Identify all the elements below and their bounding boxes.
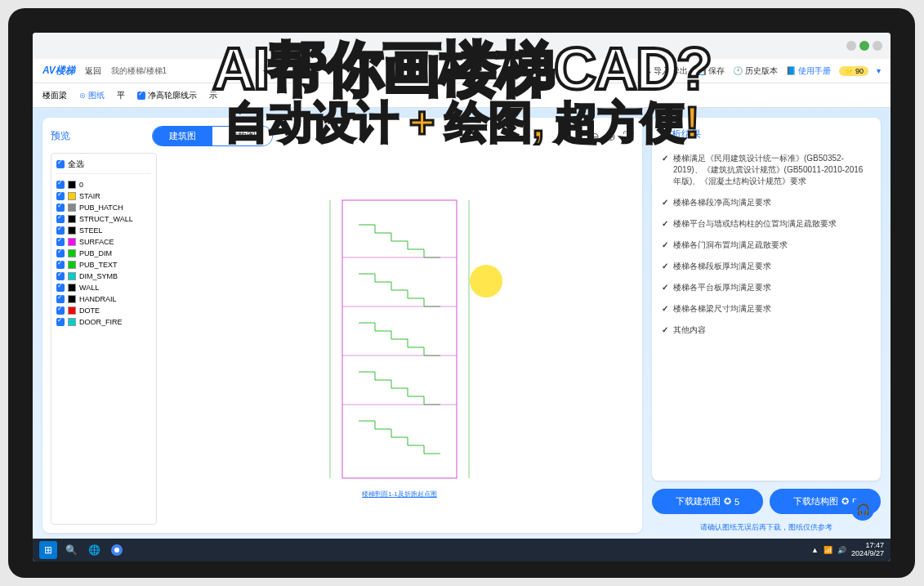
main-content: 预览 建筑图 结构图 ⊖ ⊕ ⛶ 全选 0STAIRPUB_HATCHSTRUC…	[33, 108, 891, 543]
layer-item[interactable]: DOTE	[56, 305, 151, 316]
layer-panel: 全选 0STAIRPUB_HATCHSTRUCT_WALLSTEELSURFAC…	[51, 153, 157, 525]
chrome-icon[interactable]	[108, 541, 126, 559]
layer-color-swatch	[68, 295, 76, 303]
video-overlay-title: AI帮你画楼梯CAD? 自动设计 + 绘图, 超方便!	[33, 39, 891, 146]
edge-icon[interactable]: 🌐	[85, 541, 103, 559]
layer-name: DOTE	[79, 306, 100, 315]
layer-name: SURFACE	[79, 238, 114, 246]
layer-color-swatch	[68, 215, 76, 223]
layer-item[interactable]: SURFACE	[56, 236, 151, 248]
layer-item[interactable]: STAIR	[56, 190, 151, 202]
result-item: 楼梯各梯段板厚均满足要求	[662, 256, 871, 277]
volume-icon[interactable]: 🔊	[837, 546, 846, 554]
layer-item[interactable]: DIM_SYMB	[56, 271, 151, 282]
layer-checkbox[interactable]	[56, 295, 65, 303]
preview-panel: 预览 建筑图 结构图 ⊖ ⊕ ⛶ 全选 0STAIRPUB_HATCHSTRUC…	[42, 118, 642, 533]
overlay-headline-2: 自动设计 + 绘图, 超方便!	[33, 98, 891, 146]
stair-section-drawing	[326, 192, 473, 486]
layer-checkbox[interactable]	[56, 181, 65, 189]
overlay-headline-1: AI帮你画楼梯CAD?	[33, 39, 891, 98]
result-item: 楼梯各梯段净高均满足要求	[662, 192, 871, 213]
layer-item[interactable]: PUB_HATCH	[56, 202, 151, 213]
drawing-canvas[interactable]: 楼梯剖面1-1及折跑起点图	[165, 153, 634, 525]
layer-checkbox[interactable]	[56, 215, 65, 223]
layer-item[interactable]: PUB_TEXT	[56, 259, 151, 271]
search-icon[interactable]: 🔍	[62, 541, 80, 559]
layer-name: PUB_HATCH	[79, 204, 123, 212]
layer-color-swatch	[68, 249, 76, 257]
layer-color-swatch	[68, 192, 76, 200]
layer-item[interactable]: DOOR_FIRE	[56, 316, 151, 328]
support-fab[interactable]: 🎧	[851, 498, 874, 521]
layer-name: PUB_TEXT	[79, 261, 118, 269]
svg-point-8	[114, 548, 119, 552]
start-button[interactable]: ⊞	[39, 541, 57, 559]
clock[interactable]: 17:47 2024/9/27	[851, 542, 884, 558]
layer-color-swatch	[68, 284, 76, 292]
layer-checkbox[interactable]	[56, 192, 65, 200]
layer-color-swatch	[68, 238, 76, 246]
layer-color-swatch	[68, 204, 76, 212]
layer-item[interactable]: 0	[56, 179, 151, 190]
drawing-caption: 楼梯剖面1-1及折跑起点图	[326, 490, 473, 499]
monitor-frame: AI帮你画楼梯CAD? 自动设计 + 绘图, 超方便! AV楼梯 返回 我的楼梯…	[8, 8, 915, 578]
layer-checkbox[interactable]	[56, 226, 65, 235]
layer-item[interactable]: PUB_DIM	[56, 248, 151, 259]
layer-name: HANDRAIL	[79, 295, 117, 303]
layer-checkbox[interactable]	[56, 249, 65, 257]
layer-color-swatch	[68, 306, 76, 315]
analysis-results-panel: 分析结果 楼梯满足《民用建筑设计统一标准》(GB50352-2019)、《建筑抗…	[652, 118, 881, 481]
result-item: 其他内容	[662, 320, 871, 341]
layer-name: 0	[79, 181, 83, 189]
layer-name: DIM_SYMB	[79, 272, 118, 280]
layer-item[interactable]: STRUCT_WALL	[56, 213, 151, 225]
coin-icon: ✪	[841, 496, 849, 507]
layer-checkbox[interactable]	[56, 238, 65, 246]
tray-icon[interactable]: ▲	[811, 546, 819, 554]
network-icon[interactable]: 📶	[824, 546, 832, 554]
layer-checkbox[interactable]	[56, 318, 65, 326]
result-item: 楼梯平台与墙或结构柱的位置均满足疏散要求	[662, 213, 871, 235]
download-disclaimer: 请确认图纸无误后再下载，图纸仅供参考	[652, 522, 881, 533]
layer-name: STAIR	[79, 192, 100, 200]
right-column: 分析结果 楼梯满足《民用建筑设计统一标准》(GB50352-2019)、《建筑抗…	[652, 118, 881, 533]
layer-checkbox[interactable]	[56, 284, 65, 292]
select-all-layers[interactable]: 全选	[56, 159, 151, 174]
layer-name: STRUCT_WALL	[79, 215, 133, 223]
result-item: 楼梯各门洞布置均满足疏散要求	[662, 235, 871, 256]
download-architecture-button[interactable]: 下载建筑图 ✪ 5	[652, 489, 763, 514]
windows-taskbar: ⊞ 🔍 🌐 ▲ 📶 🔊 17:47 2024/9/27	[33, 539, 891, 561]
layer-name: DOOR_FIRE	[79, 318, 123, 326]
layer-color-swatch	[68, 261, 76, 269]
layer-checkbox[interactable]	[56, 261, 65, 269]
result-item: 楼梯各平台板厚均满足要求	[662, 277, 871, 298]
layer-checkbox[interactable]	[56, 272, 65, 280]
result-item: 楼梯满足《民用建筑设计统一标准》(GB50352-2019)、《建筑抗震设计规范…	[662, 148, 871, 192]
layer-color-swatch	[68, 181, 76, 189]
layer-checkbox[interactable]	[56, 306, 65, 315]
layer-name: PUB_DIM	[79, 249, 112, 257]
layer-checkbox[interactable]	[56, 204, 65, 212]
layer-color-swatch	[68, 226, 76, 235]
layer-color-swatch	[68, 318, 76, 326]
coin-icon: ✪	[724, 496, 731, 507]
highlight-marker	[470, 265, 502, 297]
layer-item[interactable]: WALL	[56, 282, 151, 293]
layer-name: WALL	[79, 284, 99, 292]
layer-item[interactable]: HANDRAIL	[56, 293, 151, 305]
screen: AI帮你画楼梯CAD? 自动设计 + 绘图, 超方便! AV楼梯 返回 我的楼梯…	[33, 33, 891, 561]
layer-color-swatch	[68, 272, 76, 280]
layer-item[interactable]: STEEL	[56, 225, 151, 236]
result-item: 楼梯各梯梁尺寸均满足要求	[662, 298, 871, 320]
layer-name: STEEL	[79, 226, 103, 235]
